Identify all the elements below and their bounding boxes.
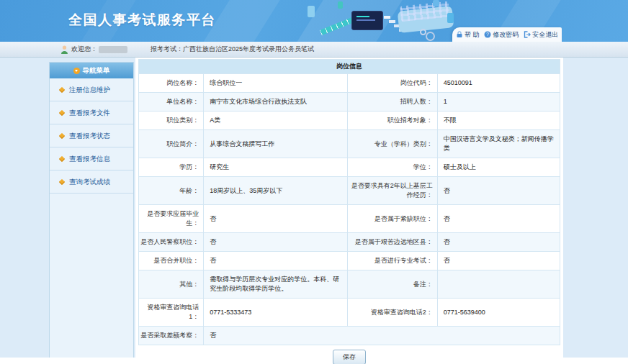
exam-info: 报考考试：广西壮族自治区2025年度考试录用公务员笔试 <box>151 45 314 54</box>
table-row: 单位名称：南宁市文化市场综合行政执法支队招聘人数：1 <box>139 93 560 112</box>
topbar-links: 帮 助 ? 修改密码 安全退出 <box>452 27 562 42</box>
page-body: 导航菜单 注册信息维护 查看报考文件 查看报考状态 查看报考信息 查询考试成绩 <box>0 58 628 358</box>
field-label: 学历： <box>139 158 204 177</box>
stairs-icon <box>384 16 390 19</box>
main-content: 岗位信息 岗位名称：综合职位一岗位代码：45010091单位名称：南宁市文化市场… <box>135 58 563 358</box>
cube-icon <box>338 1 343 9</box>
field-value: 南宁市文化市场综合行政执法支队 <box>204 93 348 112</box>
lock-icon <box>456 31 463 38</box>
exam-name: 广西壮族自治区2025年度考试录用公务员笔试 <box>183 45 314 53</box>
table-row: 年龄：18周岁以上、35周岁以下是否要求具有2年以上基层工作经历：否 <box>139 177 560 205</box>
sidebar-filler <box>50 194 133 358</box>
table-row: 资格审查咨询电话1：0771-5333473资格审查咨询电话2：0771-563… <box>139 299 560 327</box>
field-value: 18周岁以上、35周岁以下 <box>204 177 348 205</box>
field-value: 需取得与学历层次专业对应的学位。本科、研究生阶段均取得学历学位。 <box>204 270 348 299</box>
table-row: 是否要求应届毕业生：否是否属于紧缺职位：否 <box>139 205 560 233</box>
exit-icon <box>524 31 531 38</box>
field-label: 是否采取差额考察： <box>139 327 204 345</box>
table-row: 职位简介：从事综合文稿撰写工作专业（学科）类别：中国汉语言文学及文秘类；新闻传播… <box>139 130 560 158</box>
field-value <box>437 270 560 299</box>
field-value: 从事综合文稿撰写工作 <box>204 130 348 158</box>
user-avatar-icon <box>60 45 68 54</box>
save-button[interactable]: 保存 <box>333 350 366 364</box>
field-label: 职位类别： <box>139 112 204 130</box>
nav-menu-header: 导航菜单 <box>50 63 133 78</box>
field-label: 是否合并职位： <box>139 252 204 270</box>
field-value: 中国汉语言文学及文秘类；新闻传播学类 <box>437 130 560 158</box>
change-password-label: 修改密码 <box>493 30 519 40</box>
sidebar-item-query-exam-results[interactable]: 查询考试成绩 <box>50 170 133 194</box>
field-value: 否 <box>437 205 560 233</box>
table-row: 是否人民警察职位：否是否属于艰苦边远地区县：否 <box>139 233 560 252</box>
logout-label: 安全退出 <box>532 30 558 40</box>
table-row: 职位类别：A类职位招考对象：不限 <box>139 112 560 130</box>
field-label: 年龄： <box>139 177 204 205</box>
bullet-icon <box>59 87 65 93</box>
field-label: 单位名称： <box>139 93 204 112</box>
field-label: 是否要求具有2年以上基层工作经历： <box>348 177 437 205</box>
field-value: 否 <box>437 252 560 270</box>
sidebar-item-view-application-info[interactable]: 查看报考信息 <box>50 147 133 170</box>
field-label: 职位招考对象： <box>348 112 437 130</box>
sidebar-item-view-exam-documents[interactable]: 查看报考文件 <box>50 101 133 124</box>
field-label: 职位简介： <box>139 130 204 158</box>
field-value: 45010091 <box>437 74 560 93</box>
field-label: 学位： <box>348 158 437 177</box>
table-title: 岗位信息 <box>139 60 560 74</box>
field-label: 其他： <box>139 270 204 299</box>
top-banner: 全国人事考试服务平台 帮 助 ? 修改密码 <box>0 0 628 42</box>
sidebar-item-registration-info[interactable]: 注册信息维护 <box>50 78 133 101</box>
nav-menu-title: 导航菜单 <box>83 63 110 78</box>
field-label: 备注： <box>348 270 437 299</box>
save-row: 保存 <box>138 349 560 364</box>
field-label: 是否属于紧缺职位： <box>348 205 437 233</box>
bullet-icon <box>59 110 65 116</box>
table-row: 岗位名称：综合职位一岗位代码：45010091 <box>139 74 560 93</box>
table-row: 学历：研究生学位：硕士及以上 <box>139 158 560 177</box>
field-label: 是否人民警察职位： <box>139 233 204 252</box>
sidebar-nav: 导航菜单 注册信息维护 查看报考文件 查看报考状态 查看报考信息 查询考试成绩 <box>49 62 134 358</box>
field-label: 资格审查咨询电话2： <box>348 299 437 327</box>
field-value: 否 <box>204 252 348 270</box>
help-link[interactable]: 帮 助 <box>456 30 480 40</box>
sidebar-item-view-application-status[interactable]: 查看报考状态 <box>50 124 133 147</box>
logout-link[interactable]: 安全退出 <box>524 30 558 40</box>
sidebar-item-label: 查看报考文件 <box>69 109 110 117</box>
cube-icon <box>433 0 439 6</box>
field-value: 不限 <box>437 112 560 130</box>
bullet-icon <box>59 179 65 185</box>
field-label: 岗位代码： <box>348 74 437 93</box>
welcome-bar: 欢迎您： 报考考试：广西壮族自治区2025年度考试录用公务员笔试 <box>0 42 628 58</box>
sidebar-item-label: 注册信息维护 <box>69 86 110 94</box>
field-value: 否 <box>437 177 560 205</box>
monitor-icon <box>351 11 383 30</box>
field-value: 硕士及以上 <box>437 158 560 177</box>
question-icon: ? <box>484 31 491 38</box>
field-label: 岗位名称： <box>139 74 204 93</box>
sidebar-item-label: 查看报考状态 <box>69 132 110 140</box>
field-label: 资格审查咨询电话1： <box>139 299 204 327</box>
position-info-table: 岗位信息 岗位名称：综合职位一岗位代码：45010091单位名称：南宁市文化市场… <box>138 59 560 345</box>
field-value: 0771-5333473 <box>204 299 348 327</box>
cube-icon <box>447 13 454 23</box>
field-label: 招聘人数： <box>348 93 437 112</box>
field-value: 否 <box>204 233 348 252</box>
field-value: 综合职位一 <box>204 74 348 93</box>
field-value: 研究生 <box>204 158 348 177</box>
page-title: 全国人事考试服务平台 <box>68 11 216 29</box>
table-row: 是否采取差额考察：否 <box>139 327 560 345</box>
field-value: A类 <box>204 112 348 130</box>
svg-text:?: ? <box>486 32 489 37</box>
field-value: 否 <box>437 233 560 252</box>
field-label: 是否属于艰苦边远地区县： <box>348 233 437 252</box>
help-label: 帮 助 <box>465 30 480 40</box>
sidebar-item-label: 查看报考信息 <box>69 155 110 163</box>
exam-label: 报考考试： <box>151 45 183 53</box>
greeting-label: 欢迎您： <box>71 45 97 54</box>
table-row: 是否合并职位：否是否进行专业考试：否 <box>139 252 560 270</box>
bullet-icon <box>59 156 65 162</box>
field-label: 是否进行专业考试： <box>348 252 437 270</box>
banner-illustration <box>306 0 461 42</box>
field-label: 是否要求应届毕业生： <box>139 205 204 233</box>
change-password-link[interactable]: ? 修改密码 <box>484 30 519 40</box>
